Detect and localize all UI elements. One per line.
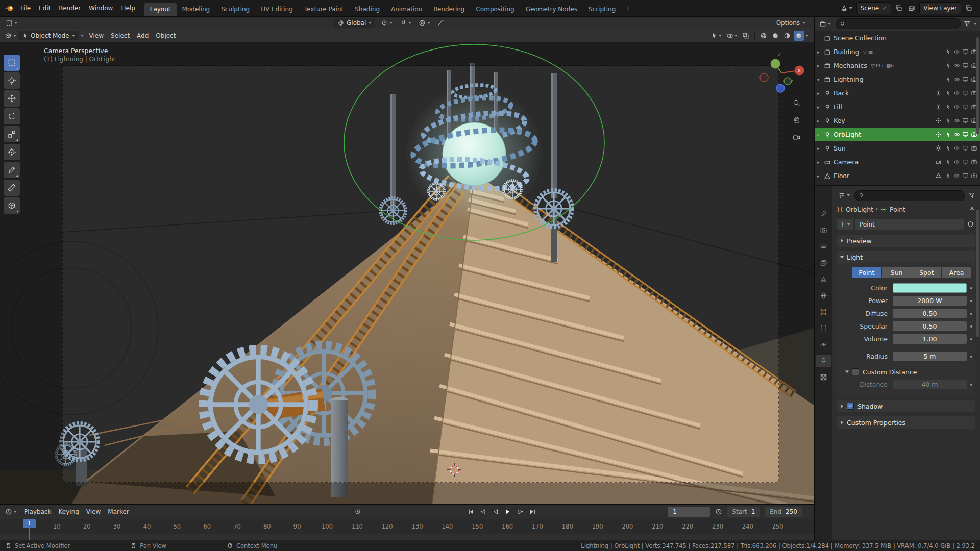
expand-arrow[interactable]: ▸ xyxy=(817,132,824,137)
menu-item[interactable]: File xyxy=(16,3,35,13)
outliner-row[interactable]: ▸ Floor xyxy=(815,169,980,183)
outliner-row-scene-collection[interactable]: Scene Collection xyxy=(815,31,980,45)
radius-field[interactable]: 5 m xyxy=(893,352,967,361)
shading-material-button[interactable] xyxy=(782,31,792,41)
new-view-layer-button[interactable] xyxy=(964,3,974,13)
tool-move[interactable] xyxy=(4,90,20,107)
play-reverse-button[interactable] xyxy=(490,507,501,517)
outliner-row[interactable]: ▸ Sun xyxy=(815,141,980,155)
timeline-editor-type-button[interactable] xyxy=(4,507,18,517)
close-icon[interactable] xyxy=(882,6,887,11)
custom-distance-panel-header[interactable]: Custom Distance xyxy=(846,366,973,378)
disable-in-viewport-icon[interactable] xyxy=(962,62,969,69)
workspace-tab[interactable]: Texture Paint xyxy=(299,3,349,16)
tool-add-cube[interactable] xyxy=(4,197,20,214)
preview-range-clock-icon[interactable] xyxy=(715,508,722,515)
outliner-search-input[interactable] xyxy=(836,18,961,29)
panel-preview[interactable]: Preview xyxy=(837,235,975,247)
timeline-menu-item[interactable]: Playback xyxy=(20,507,55,517)
workspace-tab[interactable]: Compositing xyxy=(470,3,520,16)
datablock-name-field[interactable]: Point xyxy=(855,219,964,230)
jump-to-start-button[interactable] xyxy=(465,507,476,517)
playhead-frame-badge[interactable]: 1 xyxy=(23,519,36,528)
panel-custom-properties[interactable]: Custom Properties xyxy=(837,416,975,429)
shadow-checkbox[interactable] xyxy=(847,403,854,410)
outliner-row[interactable]: ▸ OrbLight xyxy=(815,128,980,141)
disable-in-viewport-icon[interactable] xyxy=(962,90,969,96)
tab-object[interactable] xyxy=(816,306,831,318)
light-type-button[interactable]: Sun xyxy=(882,267,912,278)
animate-dot-icon[interactable] xyxy=(970,384,972,386)
filter-icon[interactable] xyxy=(968,192,975,199)
animate-dot-icon[interactable] xyxy=(970,300,972,302)
hide-in-viewport-icon[interactable] xyxy=(953,62,960,69)
light-type-button[interactable]: Point xyxy=(852,267,881,278)
light-type-button[interactable]: Area xyxy=(942,267,971,278)
outliner-editor-type-button[interactable] xyxy=(818,19,832,29)
workspace-tab[interactable]: Geometry Nodes xyxy=(520,3,583,16)
viewport-menu-item[interactable]: Object xyxy=(152,31,179,41)
tool-measure[interactable] xyxy=(4,180,20,196)
hide-in-viewport-icon[interactable] xyxy=(953,76,960,83)
tool-cursor[interactable] xyxy=(4,72,20,89)
diffuse-field[interactable]: 0.50 xyxy=(893,309,967,318)
disable-in-viewport-icon[interactable] xyxy=(962,172,969,179)
light-color-swatch[interactable] xyxy=(893,283,967,293)
start-frame-field[interactable]: Start 1 xyxy=(727,507,760,517)
workspace-tab[interactable]: Modeling xyxy=(177,3,216,16)
tool-rotate[interactable] xyxy=(4,108,20,124)
hide-in-viewport-icon[interactable] xyxy=(953,104,960,110)
expand-arrow[interactable]: ▾ xyxy=(817,77,824,82)
outliner-row[interactable]: ▸ Camera xyxy=(815,155,980,169)
tab-texture[interactable] xyxy=(816,371,831,384)
disable-in-viewport-icon[interactable] xyxy=(962,159,969,165)
selectable-toggle-icon[interactable] xyxy=(945,48,951,55)
tool-select-box[interactable] xyxy=(4,55,20,71)
pin-icon[interactable] xyxy=(969,206,975,213)
outliner-scrollbar[interactable] xyxy=(976,37,979,134)
hide-in-viewport-icon[interactable] xyxy=(953,131,960,138)
expand-arrow[interactable]: ▸ xyxy=(817,118,824,123)
expand-arrow[interactable]: ▸ xyxy=(817,160,824,165)
timeline-menu-item[interactable]: Keying xyxy=(55,507,83,517)
properties-editor-type-button[interactable] xyxy=(837,190,851,201)
overlays-toggle[interactable] xyxy=(725,31,739,41)
workspace-tab[interactable]: Animation xyxy=(385,3,428,16)
menu-item[interactable]: Edit xyxy=(35,3,55,13)
expand-arrow[interactable]: ▸ xyxy=(817,173,824,179)
outliner-row[interactable]: ▾ Lightning xyxy=(815,72,980,86)
new-scene-button[interactable] xyxy=(894,3,904,13)
jump-to-end-button[interactable] xyxy=(527,507,537,517)
light-type-button[interactable]: Spot xyxy=(912,267,942,278)
view-layer-selector[interactable]: View Layer xyxy=(919,2,961,14)
outliner-row[interactable]: ▸ Key xyxy=(815,114,980,128)
pivot-point-button[interactable] xyxy=(379,18,394,28)
animate-dot-icon[interactable] xyxy=(970,325,972,328)
animate-dot-icon[interactable] xyxy=(970,356,972,358)
workspace-tab[interactable]: Scripting xyxy=(583,3,621,16)
options-dropdown[interactable]: Options xyxy=(776,19,810,27)
animate-dot-icon[interactable] xyxy=(970,313,972,315)
timeline-ruler[interactable]: 1020304050607080901001101201301401501601… xyxy=(0,519,814,534)
custom-distance-checkbox[interactable] xyxy=(852,368,859,375)
hide-in-viewport-icon[interactable] xyxy=(953,159,960,165)
prev-keyframe-button[interactable] xyxy=(478,507,488,517)
panel-light[interactable]: Light xyxy=(837,251,975,263)
mode-options-button[interactable] xyxy=(79,31,85,41)
selectable-toggle-icon[interactable] xyxy=(945,131,951,138)
proportional-editing-button[interactable] xyxy=(417,18,432,28)
tab-world[interactable] xyxy=(816,289,831,302)
outliner-row[interactable]: ▸ Back xyxy=(815,86,980,100)
tool-scale[interactable] xyxy=(4,126,20,142)
selectable-toggle-icon[interactable] xyxy=(945,76,951,83)
snap-magnet-button[interactable] xyxy=(398,18,413,28)
disable-in-viewport-icon[interactable] xyxy=(962,117,969,124)
xray-toggle[interactable] xyxy=(741,31,751,41)
viewport-canvas[interactable]: X Z Y xyxy=(0,42,814,504)
tab-output[interactable] xyxy=(816,240,831,253)
disable-in-render-icon[interactable] xyxy=(971,172,977,179)
tool-annotate[interactable] xyxy=(4,162,20,178)
filter-icon[interactable] xyxy=(964,20,971,28)
workspace-tab[interactable]: Shading xyxy=(349,3,385,16)
selectable-toggle-icon[interactable] xyxy=(945,159,951,165)
